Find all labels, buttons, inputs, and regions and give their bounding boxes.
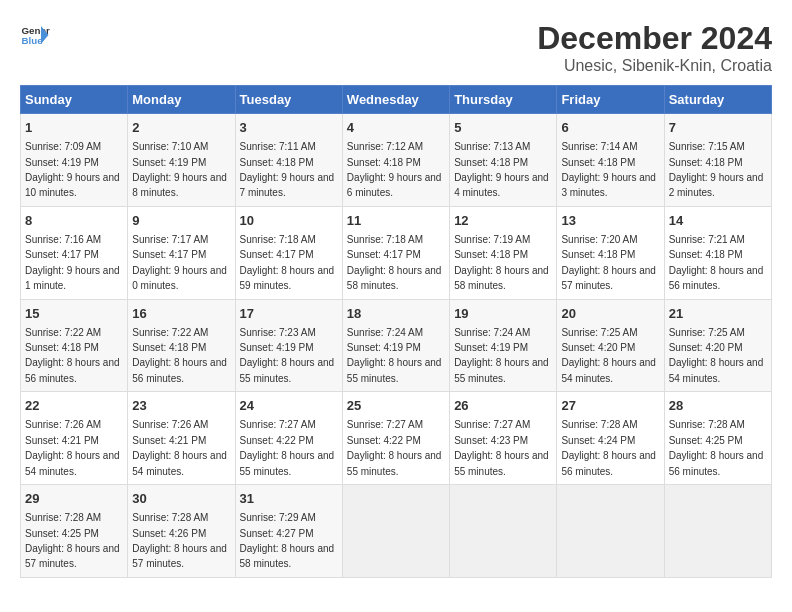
calendar-cell: 25Sunrise: 7:27 AMSunset: 4:22 PMDayligh… <box>342 392 449 485</box>
calendar-cell: 7Sunrise: 7:15 AMSunset: 4:18 PMDaylight… <box>664 114 771 207</box>
day-number: 10 <box>240 212 338 230</box>
day-number: 12 <box>454 212 552 230</box>
day-info: Sunrise: 7:28 AMSunset: 4:25 PMDaylight:… <box>25 512 120 569</box>
calendar-cell: 3Sunrise: 7:11 AMSunset: 4:18 PMDaylight… <box>235 114 342 207</box>
day-number: 5 <box>454 119 552 137</box>
calendar-cell: 26Sunrise: 7:27 AMSunset: 4:23 PMDayligh… <box>450 392 557 485</box>
day-info: Sunrise: 7:28 AMSunset: 4:24 PMDaylight:… <box>561 419 656 476</box>
day-header-saturday: Saturday <box>664 86 771 114</box>
header: General Blue December 2024 Unesic, Siben… <box>20 20 772 75</box>
calendar-cell: 23Sunrise: 7:26 AMSunset: 4:21 PMDayligh… <box>128 392 235 485</box>
day-number: 14 <box>669 212 767 230</box>
calendar-cell: 17Sunrise: 7:23 AMSunset: 4:19 PMDayligh… <box>235 299 342 392</box>
week-row-1: 1Sunrise: 7:09 AMSunset: 4:19 PMDaylight… <box>21 114 772 207</box>
day-number: 2 <box>132 119 230 137</box>
calendar-cell: 27Sunrise: 7:28 AMSunset: 4:24 PMDayligh… <box>557 392 664 485</box>
day-info: Sunrise: 7:12 AMSunset: 4:18 PMDaylight:… <box>347 141 442 198</box>
day-info: Sunrise: 7:09 AMSunset: 4:19 PMDaylight:… <box>25 141 120 198</box>
day-header-friday: Friday <box>557 86 664 114</box>
day-number: 18 <box>347 305 445 323</box>
calendar-cell <box>557 485 664 578</box>
subtitle: Unesic, Sibenik-Knin, Croatia <box>537 57 772 75</box>
day-number: 17 <box>240 305 338 323</box>
calendar-cell <box>342 485 449 578</box>
day-number: 25 <box>347 397 445 415</box>
day-number: 31 <box>240 490 338 508</box>
day-header-tuesday: Tuesday <box>235 86 342 114</box>
calendar-cell: 28Sunrise: 7:28 AMSunset: 4:25 PMDayligh… <box>664 392 771 485</box>
calendar-cell: 8Sunrise: 7:16 AMSunset: 4:17 PMDaylight… <box>21 206 128 299</box>
day-number: 9 <box>132 212 230 230</box>
day-header-wednesday: Wednesday <box>342 86 449 114</box>
calendar-cell: 20Sunrise: 7:25 AMSunset: 4:20 PMDayligh… <box>557 299 664 392</box>
day-info: Sunrise: 7:24 AMSunset: 4:19 PMDaylight:… <box>454 327 549 384</box>
calendar-cell: 12Sunrise: 7:19 AMSunset: 4:18 PMDayligh… <box>450 206 557 299</box>
day-number: 22 <box>25 397 123 415</box>
calendar-cell: 13Sunrise: 7:20 AMSunset: 4:18 PMDayligh… <box>557 206 664 299</box>
day-number: 19 <box>454 305 552 323</box>
day-number: 28 <box>669 397 767 415</box>
day-info: Sunrise: 7:17 AMSunset: 4:17 PMDaylight:… <box>132 234 227 291</box>
main-title: December 2024 <box>537 20 772 57</box>
day-header-thursday: Thursday <box>450 86 557 114</box>
calendar-cell: 19Sunrise: 7:24 AMSunset: 4:19 PMDayligh… <box>450 299 557 392</box>
calendar-cell: 29Sunrise: 7:28 AMSunset: 4:25 PMDayligh… <box>21 485 128 578</box>
day-info: Sunrise: 7:18 AMSunset: 4:17 PMDaylight:… <box>240 234 335 291</box>
day-info: Sunrise: 7:27 AMSunset: 4:22 PMDaylight:… <box>240 419 335 476</box>
calendar-table: SundayMondayTuesdayWednesdayThursdayFrid… <box>20 85 772 578</box>
calendar-cell: 24Sunrise: 7:27 AMSunset: 4:22 PMDayligh… <box>235 392 342 485</box>
day-info: Sunrise: 7:18 AMSunset: 4:17 PMDaylight:… <box>347 234 442 291</box>
calendar-cell <box>664 485 771 578</box>
day-info: Sunrise: 7:23 AMSunset: 4:19 PMDaylight:… <box>240 327 335 384</box>
day-number: 26 <box>454 397 552 415</box>
day-info: Sunrise: 7:29 AMSunset: 4:27 PMDaylight:… <box>240 512 335 569</box>
calendar-cell: 4Sunrise: 7:12 AMSunset: 4:18 PMDaylight… <box>342 114 449 207</box>
day-info: Sunrise: 7:13 AMSunset: 4:18 PMDaylight:… <box>454 141 549 198</box>
day-info: Sunrise: 7:10 AMSunset: 4:19 PMDaylight:… <box>132 141 227 198</box>
calendar-cell: 5Sunrise: 7:13 AMSunset: 4:18 PMDaylight… <box>450 114 557 207</box>
day-info: Sunrise: 7:25 AMSunset: 4:20 PMDaylight:… <box>669 327 764 384</box>
day-info: Sunrise: 7:14 AMSunset: 4:18 PMDaylight:… <box>561 141 656 198</box>
calendar-cell: 11Sunrise: 7:18 AMSunset: 4:17 PMDayligh… <box>342 206 449 299</box>
day-number: 8 <box>25 212 123 230</box>
calendar-cell: 22Sunrise: 7:26 AMSunset: 4:21 PMDayligh… <box>21 392 128 485</box>
day-number: 20 <box>561 305 659 323</box>
day-number: 4 <box>347 119 445 137</box>
day-info: Sunrise: 7:28 AMSunset: 4:26 PMDaylight:… <box>132 512 227 569</box>
day-info: Sunrise: 7:27 AMSunset: 4:23 PMDaylight:… <box>454 419 549 476</box>
day-info: Sunrise: 7:19 AMSunset: 4:18 PMDaylight:… <box>454 234 549 291</box>
day-number: 1 <box>25 119 123 137</box>
calendar-cell: 9Sunrise: 7:17 AMSunset: 4:17 PMDaylight… <box>128 206 235 299</box>
day-info: Sunrise: 7:28 AMSunset: 4:25 PMDaylight:… <box>669 419 764 476</box>
day-info: Sunrise: 7:20 AMSunset: 4:18 PMDaylight:… <box>561 234 656 291</box>
day-number: 7 <box>669 119 767 137</box>
day-info: Sunrise: 7:15 AMSunset: 4:18 PMDaylight:… <box>669 141 764 198</box>
day-number: 24 <box>240 397 338 415</box>
day-info: Sunrise: 7:22 AMSunset: 4:18 PMDaylight:… <box>132 327 227 384</box>
day-number: 29 <box>25 490 123 508</box>
week-row-4: 22Sunrise: 7:26 AMSunset: 4:21 PMDayligh… <box>21 392 772 485</box>
day-number: 6 <box>561 119 659 137</box>
logo: General Blue <box>20 20 50 50</box>
day-number: 27 <box>561 397 659 415</box>
day-info: Sunrise: 7:27 AMSunset: 4:22 PMDaylight:… <box>347 419 442 476</box>
day-header-monday: Monday <box>128 86 235 114</box>
day-number: 13 <box>561 212 659 230</box>
header-row: SundayMondayTuesdayWednesdayThursdayFrid… <box>21 86 772 114</box>
calendar-cell: 30Sunrise: 7:28 AMSunset: 4:26 PMDayligh… <box>128 485 235 578</box>
calendar-cell <box>450 485 557 578</box>
day-info: Sunrise: 7:26 AMSunset: 4:21 PMDaylight:… <box>25 419 120 476</box>
title-section: December 2024 Unesic, Sibenik-Knin, Croa… <box>537 20 772 75</box>
day-number: 3 <box>240 119 338 137</box>
day-info: Sunrise: 7:21 AMSunset: 4:18 PMDaylight:… <box>669 234 764 291</box>
week-row-3: 15Sunrise: 7:22 AMSunset: 4:18 PMDayligh… <box>21 299 772 392</box>
day-number: 30 <box>132 490 230 508</box>
day-number: 23 <box>132 397 230 415</box>
day-number: 11 <box>347 212 445 230</box>
day-header-sunday: Sunday <box>21 86 128 114</box>
day-number: 21 <box>669 305 767 323</box>
day-info: Sunrise: 7:25 AMSunset: 4:20 PMDaylight:… <box>561 327 656 384</box>
svg-text:Blue: Blue <box>22 35 44 46</box>
week-row-2: 8Sunrise: 7:16 AMSunset: 4:17 PMDaylight… <box>21 206 772 299</box>
day-info: Sunrise: 7:16 AMSunset: 4:17 PMDaylight:… <box>25 234 120 291</box>
